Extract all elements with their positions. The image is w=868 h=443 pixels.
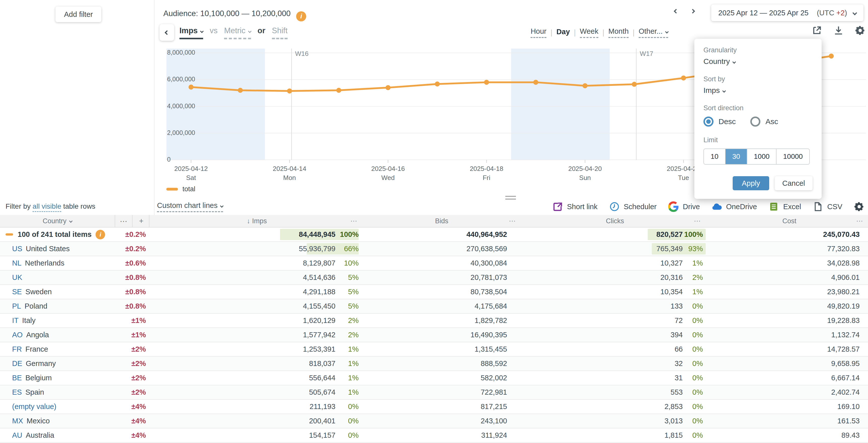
column-header-clicks[interactable]: Clicks⋯ <box>519 215 711 227</box>
error-margin-cell: ±4% <box>115 403 150 411</box>
table-row-AO[interactable]: AOAngola±1%1,577,9422%16,490,3953940%1,1… <box>0 328 868 342</box>
country-code-link[interactable]: IT <box>12 316 19 325</box>
sort-direction-desc-radio[interactable]: Desc <box>704 116 736 127</box>
clicks-percent: 0% <box>683 345 703 353</box>
error-margin-cell: ±0.2% <box>115 245 150 253</box>
clicks-column-menu-button[interactable]: ⋯ <box>694 217 701 225</box>
country-code-link[interactable]: UK <box>12 273 22 282</box>
open-external-icon[interactable] <box>811 25 822 36</box>
table-row-NL[interactable]: NLNetherlands±0.6%8,129,80710%40,300,084… <box>0 256 868 271</box>
table-row-AU[interactable]: AUAustralia±4%154,1570%311,9241,8150%89.… <box>0 429 868 443</box>
drive-button[interactable]: Drive <box>668 201 700 212</box>
download-icon[interactable] <box>833 25 844 36</box>
error-margin-cell: ±0.6% <box>115 259 150 267</box>
country-code-link[interactable]: US <box>12 245 22 253</box>
short-link-button[interactable]: Short link <box>553 201 597 212</box>
granularity-tab-week[interactable]: Week <box>580 27 598 38</box>
clicks-percent: 0% <box>683 403 703 411</box>
table-row-SE[interactable]: SESweden±0.8%4,291,1885%80,738,50410,354… <box>0 285 868 299</box>
country-code-link[interactable]: BE <box>12 374 22 382</box>
limit-option-10[interactable]: 10 <box>704 149 725 164</box>
table-row-US[interactable]: USUnited States±0.2%55,936,79966%270,638… <box>0 242 868 256</box>
granularity-tab-day[interactable]: Day <box>557 28 570 37</box>
column-header-bids[interactable]: Bids⋯ <box>364 215 519 227</box>
country-code-link[interactable]: DE <box>12 360 22 368</box>
x-axis-tick-label: 2025-04-18Fri <box>470 164 503 182</box>
country-name: Australia <box>26 431 54 440</box>
column-header-imps[interactable]: ↓ Imps⋯ <box>150 215 364 227</box>
country-code-link[interactable]: ES <box>12 388 22 397</box>
table-row-BE[interactable]: BEBelgium±2%556,6441%582,002310%6,667.14 <box>0 371 868 385</box>
country-code-link[interactable]: SE <box>12 288 22 296</box>
gear-icon[interactable] <box>855 25 866 36</box>
date-next-button[interactable] <box>691 9 694 15</box>
bids-cell: 80,738,504 <box>364 288 519 296</box>
onedrive-button[interactable]: OneDrive <box>712 201 757 212</box>
empty-value-link[interactable]: (empty value) <box>12 403 57 411</box>
table-row-IT[interactable]: ITItaly±1%1,620,1292%1,829,782720%19,228… <box>0 314 868 328</box>
error-margin-cell: ±0.8% <box>115 273 150 282</box>
clicks-value: 72 <box>675 316 683 325</box>
excel-button[interactable]: Excel <box>769 201 801 212</box>
country-code-link[interactable]: MX <box>12 417 23 425</box>
country-code-link[interactable]: PL <box>12 302 21 310</box>
audience-info-icon[interactable]: i <box>296 11 306 22</box>
column-header-cost[interactable]: Cost⋯ <box>711 215 868 227</box>
analytics-dashboard: Add filter Filter by all visible table r… <box>0 0 868 443</box>
apply-button[interactable]: Apply <box>733 176 769 190</box>
bids-column-menu-button[interactable]: ⋯ <box>509 217 516 225</box>
country-name: Italy <box>22 316 35 325</box>
granularity-tab-month[interactable]: Month <box>609 27 629 38</box>
country-code-link[interactable]: NL <box>12 259 22 267</box>
csv-button[interactable]: CSV <box>812 201 842 212</box>
add-filter-button[interactable]: Add filter <box>56 6 101 22</box>
table-row-ES[interactable]: ESSpain±2%505,6741%722,9815530%2,402.74 <box>0 385 868 400</box>
country-code-link[interactable]: FR <box>12 345 22 353</box>
imps-percent: 66% <box>336 245 359 253</box>
country-name: Poland <box>25 302 47 310</box>
error-margin-cell: ±4% <box>115 431 150 440</box>
imps-percent: 5% <box>336 288 359 296</box>
cost-column-menu-button[interactable]: ⋯ <box>856 217 864 225</box>
imps-value: 4,155,450 <box>303 302 336 310</box>
clock-icon <box>609 201 620 212</box>
table-row-total[interactable]: 100 of 241 total itemsi±0.2%84,448,94510… <box>0 228 868 242</box>
filter-by-all-visible-link[interactable]: all visible <box>32 202 61 212</box>
scheduler-button[interactable]: Scheduler <box>609 201 657 212</box>
total-info-icon[interactable]: i <box>95 230 105 239</box>
granularity-tab-hour[interactable]: Hour <box>530 27 547 38</box>
table-row-UK[interactable]: UK±0.8%4,514,6365%20,781,07320,3162%4,90… <box>0 271 868 285</box>
excel-button-label: Excel <box>783 203 801 211</box>
bids-cell: 722,981 <box>364 388 519 397</box>
add-column-button[interactable]: + <box>132 215 150 227</box>
date-prev-button[interactable] <box>675 9 678 15</box>
custom-chart-lines-dropdown[interactable]: Custom chart lines <box>157 201 223 212</box>
limit-option-30[interactable]: 30 <box>725 149 747 164</box>
limit-option-1000[interactable]: 1000 <box>747 149 776 164</box>
external-link-icon <box>553 201 563 212</box>
column-header-country[interactable]: Country <box>0 215 115 227</box>
imps-column-menu-button[interactable]: ⋯ <box>350 217 358 225</box>
limit-option-10000[interactable]: 10000 <box>776 149 809 164</box>
table-row-empty[interactable]: (empty value)±4%211,1930%817,2152,8530%1… <box>0 400 868 414</box>
utc-offset: (UTC +2) <box>817 9 847 17</box>
country-name: Angola <box>26 331 49 339</box>
table-row-DE[interactable]: DEGermany±2%818,0371%888,592320%9,658.95 <box>0 357 868 371</box>
clicks-percent: 0% <box>683 360 703 368</box>
country-code-link[interactable]: AU <box>12 431 22 440</box>
cancel-button[interactable]: Cancel <box>775 176 812 190</box>
error-margin-cell: ±2% <box>115 374 150 382</box>
table-row-FR[interactable]: FRFrance±2%1,253,3911%1,315,455660%14,72… <box>0 342 868 357</box>
settings-button[interactable] <box>854 201 865 212</box>
clicks-cell: 3940% <box>519 328 711 342</box>
table-row-MX[interactable]: MXMexico±4%200,4010%243,1003,0130%161.53 <box>0 414 868 429</box>
date-range-picker[interactable]: 2025 Apr 12 — 2025 Apr 25 (UTC +2) <box>711 4 864 21</box>
country-code-link[interactable]: AO <box>12 331 23 339</box>
bids-cell: 582,002 <box>364 374 519 382</box>
granularity-dropdown[interactable]: Country <box>704 57 812 66</box>
country-column-menu-button[interactable]: ⋯ <box>115 215 132 227</box>
sort-direction-asc-radio[interactable]: Asc <box>750 116 778 127</box>
granularity-tab-other[interactable]: Other... <box>639 27 668 38</box>
table-row-PL[interactable]: PLPoland±0.8%4,155,4505%4,175,6841330%49… <box>0 299 868 314</box>
sort-by-dropdown[interactable]: Imps <box>704 86 812 95</box>
